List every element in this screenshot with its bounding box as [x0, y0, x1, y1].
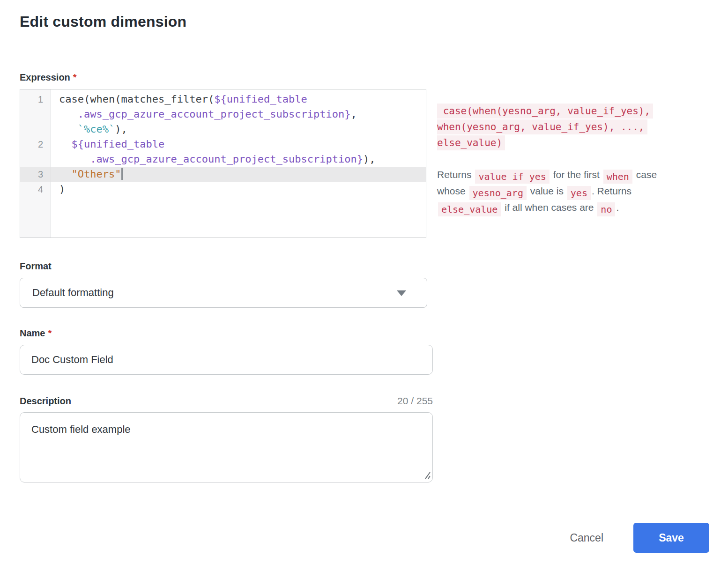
line-number-gutter: 2: [20, 137, 51, 152]
function-signature: case(when(yesno_arg, value_if_yes),when(…: [437, 104, 709, 151]
code-chip: no: [597, 202, 615, 216]
code-token: .aws_gcp_azure_account_project_subscript…: [78, 108, 351, 120]
code-token: ): [59, 183, 65, 195]
help-text: whose: [437, 186, 468, 196]
page-title: Edit custom dimension: [20, 13, 709, 30]
help-text: Returns: [437, 169, 474, 180]
code-token: case(when(matches_filter(: [59, 93, 214, 105]
character-counter: 20 / 255: [397, 395, 433, 407]
code-line[interactable]: case(when(matches_filter(${unified_table: [51, 92, 426, 107]
editor-row[interactable]: .aws_gcp_azure_account_project_subscript…: [20, 107, 426, 122]
function-description: Returns value_if_yes for the first when …: [437, 167, 709, 216]
line-number-gutter: 1: [20, 92, 51, 107]
editor-row[interactable]: 2 ${unified_table: [20, 137, 426, 152]
required-asterisk: *: [48, 328, 52, 338]
format-label: Format: [20, 260, 709, 272]
save-button[interactable]: Save: [633, 523, 709, 553]
line-number-gutter: [20, 122, 51, 137]
help-description-line: else_value if all when cases are no.: [437, 200, 709, 216]
code-chip: yesno_arg: [469, 186, 527, 200]
code-token: ${unified_table: [214, 93, 307, 105]
description-section: Description 20 / 255 Custom field exampl…: [20, 395, 709, 482]
help-text: case: [633, 169, 657, 180]
code-token: ),: [363, 153, 376, 165]
code-line[interactable]: [51, 197, 426, 237]
line-number-gutter: 4: [20, 182, 51, 197]
name-label: Name*: [20, 327, 709, 339]
code-token: `%ce%`: [78, 123, 115, 135]
code-line[interactable]: .aws_gcp_azure_account_project_subscript…: [51, 152, 426, 167]
code-chip: else_value): [437, 135, 505, 150]
editor-row[interactable]: .aws_gcp_azure_account_project_subscript…: [20, 152, 426, 167]
expression-code-editor[interactable]: 1case(when(matches_filter(${unified_tabl…: [20, 89, 426, 238]
cancel-button[interactable]: Cancel: [564, 528, 609, 548]
description-textarea[interactable]: Custom field example: [20, 412, 433, 482]
code-token: "Others": [72, 168, 121, 180]
name-section: Name*: [20, 327, 709, 375]
code-line[interactable]: ): [51, 182, 426, 197]
code-line[interactable]: "Others": [51, 167, 426, 182]
function-help-panel: case(when(yesno_arg, value_if_yes),when(…: [437, 89, 709, 216]
line-number-gutter: [20, 107, 51, 122]
code-token: ${unified_table: [72, 138, 165, 150]
format-section: Format Default formatting: [20, 260, 709, 308]
expression-section: Expression* 1case(when(matches_filter(${…: [20, 72, 709, 238]
code-chip: yes: [567, 186, 591, 200]
line-number-gutter: [20, 197, 51, 237]
code-token: ,: [351, 108, 357, 120]
code-token: ),: [115, 123, 127, 135]
help-description-line: whose yesno_arg value is yes. Returns: [437, 184, 709, 200]
code-chip: value_if_yes: [475, 170, 550, 184]
help-text: . Returns: [592, 186, 631, 196]
function-signature-line: else_value): [437, 135, 709, 151]
help-text: if all when cases are: [502, 202, 596, 213]
code-line[interactable]: ${unified_table: [51, 137, 426, 152]
help-text: .: [616, 202, 619, 213]
name-input[interactable]: [20, 345, 433, 375]
chevron-down-icon: [397, 290, 406, 296]
expression-label: Expression*: [20, 72, 709, 83]
required-asterisk: *: [73, 72, 77, 82]
function-signature-line: case(when(yesno_arg, value_if_yes),: [437, 104, 709, 119]
editor-row[interactable]: `%ce%`),: [20, 122, 426, 137]
editor-row[interactable]: 3 "Others": [20, 167, 426, 182]
description-label: Description: [20, 395, 71, 407]
help-description-line: Returns value_if_yes for the first when …: [437, 167, 709, 184]
code-line[interactable]: `%ce%`),: [51, 122, 426, 137]
help-text: for the first: [550, 169, 602, 180]
format-select-value: Default formatting: [32, 287, 114, 299]
editor-row[interactable]: 4): [20, 182, 426, 197]
editor-row[interactable]: 1case(when(matches_filter(${unified_tabl…: [20, 92, 426, 107]
edit-custom-dimension-dialog: Edit custom dimension Expression* 1case(…: [0, 0, 728, 564]
dialog-footer: Cancel Save: [20, 523, 709, 553]
format-select[interactable]: Default formatting: [20, 278, 427, 308]
function-signature-line: when(yesno_arg, value_if_yes), ...,: [437, 119, 709, 135]
text-cursor: [121, 168, 123, 180]
code-token: .aws_gcp_azure_account_project_subscript…: [90, 153, 363, 165]
code-chip: when: [603, 170, 632, 184]
code-line[interactable]: .aws_gcp_azure_account_project_subscript…: [51, 107, 426, 122]
code-chip: when(yesno_arg, value_if_yes), ...,: [437, 119, 647, 134]
code-chip: case(when(yesno_arg, value_if_yes),: [437, 104, 653, 119]
line-number-gutter: [20, 152, 51, 167]
help-text: value is: [527, 186, 566, 196]
line-number-gutter: 3: [20, 167, 51, 182]
code-chip: else_value: [438, 202, 501, 216]
